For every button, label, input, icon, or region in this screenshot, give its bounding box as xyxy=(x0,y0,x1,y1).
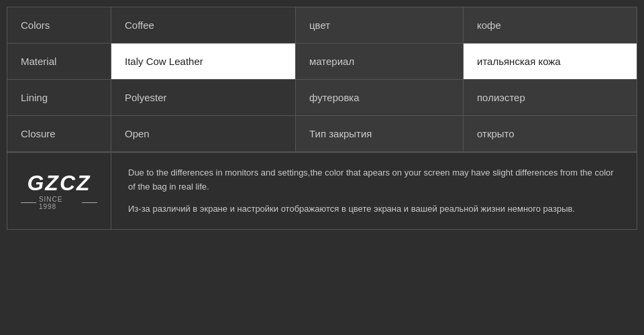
value-closure-en: Open xyxy=(111,116,296,151)
logo-line-right xyxy=(82,202,97,203)
logo-line-left xyxy=(21,202,36,203)
logo: GZCZ SINCE 1998 xyxy=(21,172,97,210)
disclaimer-ru: Из-за различий в экране и настройки отоб… xyxy=(128,202,620,216)
product-table: Colors Coffee цвет кофе Material Italy C… xyxy=(7,7,637,230)
table-row: Colors Coffee цвет кофе xyxy=(7,7,637,44)
label-closure: Closure xyxy=(7,116,111,151)
logo-tagline: SINCE 1998 xyxy=(21,196,97,210)
value-closure-ru: открыто xyxy=(464,116,637,151)
label-colors-ru: цвет xyxy=(296,7,464,43)
label-material: Material xyxy=(7,44,111,79)
main-container: Colors Coffee цвет кофе Material Italy C… xyxy=(0,0,644,335)
value-colors-ru: кофе xyxy=(464,7,637,43)
logo-text: GZCZ xyxy=(27,172,91,194)
table-row: Material Italy Cow Leather материал итал… xyxy=(7,44,637,80)
label-colors: Colors xyxy=(7,7,111,43)
label-lining: Lining xyxy=(7,80,111,115)
disclaimer-en: Due to the differences in monitors and s… xyxy=(128,166,620,194)
table-row: Lining Polyester футеровка полиэстер xyxy=(7,80,637,116)
label-material-ru: материал xyxy=(296,44,464,79)
footer-row: GZCZ SINCE 1998 Due to the differences i… xyxy=(7,152,637,229)
disclaimer-section: Due to the differences in monitors and s… xyxy=(111,153,637,229)
value-colors-en: Coffee xyxy=(111,7,296,43)
value-material-en: Italy Cow Leather xyxy=(111,44,296,79)
label-closure-ru: Тип закрытия xyxy=(296,116,464,151)
label-lining-ru: футеровка xyxy=(296,80,464,115)
value-lining-ru: полиэстер xyxy=(464,80,637,115)
value-material-ru: итальянская кожа xyxy=(464,44,637,79)
value-lining-en: Polyester xyxy=(111,80,296,115)
brand-logo-section: GZCZ SINCE 1998 xyxy=(7,153,111,229)
table-row: Closure Open Тип закрытия открыто xyxy=(7,116,637,152)
